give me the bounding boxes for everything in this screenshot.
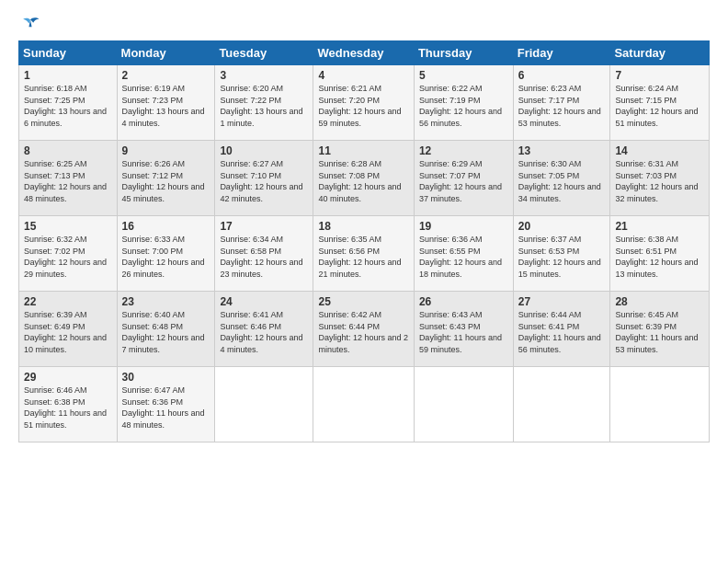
calendar-cell	[610, 367, 710, 442]
calendar-cell	[513, 367, 610, 442]
calendar-cell: 20 Sunrise: 6:37 AMSunset: 6:53 PMDaylig…	[513, 216, 610, 292]
calendar-cell: 23 Sunrise: 6:40 AMSunset: 6:48 PMDaylig…	[117, 292, 215, 367]
header-monday: Monday	[117, 41, 215, 65]
day-number: 12	[419, 144, 508, 157]
day-info: Sunrise: 6:35 AMSunset: 6:56 PMDaylight:…	[318, 235, 401, 279]
day-info: Sunrise: 6:39 AMSunset: 6:49 PMDaylight:…	[24, 310, 107, 354]
day-info: Sunrise: 6:25 AMSunset: 7:13 PMDaylight:…	[24, 159, 107, 203]
day-info: Sunrise: 6:41 AMSunset: 6:46 PMDaylight:…	[220, 310, 302, 354]
calendar-cell: 27 Sunrise: 6:44 AMSunset: 6:41 PMDaylig…	[513, 292, 610, 367]
day-info: Sunrise: 6:28 AMSunset: 7:08 PMDaylight:…	[318, 159, 401, 203]
day-info: Sunrise: 6:26 AMSunset: 7:12 PMDaylight:…	[122, 159, 205, 203]
calendar-cell: 5 Sunrise: 6:22 AMSunset: 7:19 PMDayligh…	[414, 65, 513, 141]
calendar-cell: 11 Sunrise: 6:28 AMSunset: 7:08 PMDaylig…	[313, 141, 414, 216]
day-info: Sunrise: 6:40 AMSunset: 6:48 PMDaylight:…	[122, 310, 205, 354]
day-info: Sunrise: 6:18 AMSunset: 7:25 PMDaylight:…	[24, 84, 107, 128]
calendar-cell: 18 Sunrise: 6:35 AMSunset: 6:56 PMDaylig…	[313, 216, 414, 292]
calendar-cell: 16 Sunrise: 6:33 AMSunset: 7:00 PMDaylig…	[117, 216, 215, 292]
day-number: 3	[220, 69, 308, 82]
calendar-cell: 1 Sunrise: 6:18 AMSunset: 7:25 PMDayligh…	[19, 65, 118, 141]
day-info: Sunrise: 6:34 AMSunset: 6:58 PMDaylight:…	[220, 235, 302, 279]
calendar-cell: 3 Sunrise: 6:20 AMSunset: 7:22 PMDayligh…	[215, 65, 313, 141]
logo-bird-icon	[20, 17, 40, 33]
day-info: Sunrise: 6:31 AMSunset: 7:03 PMDaylight:…	[615, 159, 698, 203]
header	[18, 17, 710, 33]
header-friday: Friday	[513, 41, 610, 65]
calendar-cell: 17 Sunrise: 6:34 AMSunset: 6:58 PMDaylig…	[215, 216, 313, 292]
calendar-cell: 22 Sunrise: 6:39 AMSunset: 6:49 PMDaylig…	[19, 292, 118, 367]
day-number: 30	[122, 371, 210, 384]
header-thursday: Thursday	[414, 41, 513, 65]
header-wednesday: Wednesday	[313, 41, 414, 65]
calendar-cell: 14 Sunrise: 6:31 AMSunset: 7:03 PMDaylig…	[610, 141, 710, 216]
header-saturday: Saturday	[610, 41, 710, 65]
day-number: 21	[615, 220, 704, 233]
calendar-cell: 28 Sunrise: 6:45 AMSunset: 6:39 PMDaylig…	[610, 292, 710, 367]
day-info: Sunrise: 6:24 AMSunset: 7:15 PMDaylight:…	[615, 84, 698, 128]
day-number: 13	[518, 144, 606, 157]
day-number: 27	[518, 295, 606, 308]
day-info: Sunrise: 6:23 AMSunset: 7:17 PMDaylight:…	[518, 84, 601, 128]
day-number: 14	[615, 144, 704, 157]
day-number: 7	[615, 69, 704, 82]
day-number: 2	[122, 69, 210, 82]
calendar-header-row: Sunday Monday Tuesday Wednesday Thursday…	[19, 41, 710, 65]
day-number: 24	[220, 295, 308, 308]
calendar-cell: 7 Sunrise: 6:24 AMSunset: 7:15 PMDayligh…	[610, 65, 710, 141]
day-number: 5	[419, 69, 508, 82]
day-info: Sunrise: 6:27 AMSunset: 7:10 PMDaylight:…	[220, 159, 302, 203]
calendar-cell: 30 Sunrise: 6:47 AMSunset: 6:36 PMDaylig…	[117, 367, 215, 442]
calendar-cell: 13 Sunrise: 6:30 AMSunset: 7:05 PMDaylig…	[513, 141, 610, 216]
day-info: Sunrise: 6:20 AMSunset: 7:22 PMDaylight:…	[220, 84, 302, 128]
day-number: 19	[419, 220, 508, 233]
day-info: Sunrise: 6:33 AMSunset: 7:00 PMDaylight:…	[122, 235, 205, 279]
page: Sunday Monday Tuesday Wednesday Thursday…	[0, 0, 728, 563]
day-number: 20	[518, 220, 606, 233]
calendar-cell: 15 Sunrise: 6:32 AMSunset: 7:02 PMDaylig…	[19, 216, 118, 292]
day-number: 10	[220, 144, 308, 157]
day-info: Sunrise: 6:22 AMSunset: 7:19 PMDaylight:…	[419, 84, 502, 128]
day-number: 29	[24, 371, 112, 384]
calendar-cell: 6 Sunrise: 6:23 AMSunset: 7:17 PMDayligh…	[513, 65, 610, 141]
day-info: Sunrise: 6:45 AMSunset: 6:39 PMDaylight:…	[615, 310, 698, 354]
day-number: 11	[318, 144, 408, 157]
day-info: Sunrise: 6:42 AMSunset: 6:44 PMDaylight:…	[318, 310, 408, 354]
day-number: 6	[518, 69, 606, 82]
calendar-cell: 12 Sunrise: 6:29 AMSunset: 7:07 PMDaylig…	[414, 141, 513, 216]
calendar-cell: 8 Sunrise: 6:25 AMSunset: 7:13 PMDayligh…	[19, 141, 118, 216]
day-number: 25	[318, 295, 408, 308]
day-number: 26	[419, 295, 508, 308]
day-info: Sunrise: 6:46 AMSunset: 6:38 PMDaylight:…	[24, 385, 107, 430]
calendar-cell: 4 Sunrise: 6:21 AMSunset: 7:20 PMDayligh…	[313, 65, 414, 141]
calendar-cell	[414, 367, 513, 442]
day-number: 1	[24, 69, 112, 82]
day-number: 15	[24, 220, 112, 233]
calendar-cell	[313, 367, 414, 442]
day-info: Sunrise: 6:43 AMSunset: 6:43 PMDaylight:…	[419, 310, 502, 354]
day-number: 23	[122, 295, 210, 308]
day-info: Sunrise: 6:30 AMSunset: 7:05 PMDaylight:…	[518, 159, 601, 203]
calendar-cell: 29 Sunrise: 6:46 AMSunset: 6:38 PMDaylig…	[19, 367, 118, 442]
day-number: 9	[122, 144, 210, 157]
day-number: 17	[220, 220, 308, 233]
header-tuesday: Tuesday	[215, 41, 313, 65]
day-number: 4	[318, 69, 408, 82]
day-number: 28	[615, 295, 704, 308]
day-number: 8	[24, 144, 112, 157]
calendar-cell: 26 Sunrise: 6:43 AMSunset: 6:43 PMDaylig…	[414, 292, 513, 367]
calendar-cell: 10 Sunrise: 6:27 AMSunset: 7:10 PMDaylig…	[215, 141, 313, 216]
day-info: Sunrise: 6:36 AMSunset: 6:55 PMDaylight:…	[419, 235, 502, 279]
calendar-cell	[215, 367, 313, 442]
logo	[18, 17, 40, 33]
calendar-table: Sunday Monday Tuesday Wednesday Thursday…	[18, 40, 710, 442]
calendar-cell: 2 Sunrise: 6:19 AMSunset: 7:23 PMDayligh…	[117, 65, 215, 141]
calendar-cell: 24 Sunrise: 6:41 AMSunset: 6:46 PMDaylig…	[215, 292, 313, 367]
calendar-cell: 19 Sunrise: 6:36 AMSunset: 6:55 PMDaylig…	[414, 216, 513, 292]
day-info: Sunrise: 6:32 AMSunset: 7:02 PMDaylight:…	[24, 235, 107, 279]
day-info: Sunrise: 6:44 AMSunset: 6:41 PMDaylight:…	[518, 310, 601, 354]
day-number: 22	[24, 295, 112, 308]
day-info: Sunrise: 6:38 AMSunset: 6:51 PMDaylight:…	[615, 235, 698, 279]
calendar-cell: 21 Sunrise: 6:38 AMSunset: 6:51 PMDaylig…	[610, 216, 710, 292]
header-sunday: Sunday	[19, 41, 118, 65]
calendar-cell: 9 Sunrise: 6:26 AMSunset: 7:12 PMDayligh…	[117, 141, 215, 216]
